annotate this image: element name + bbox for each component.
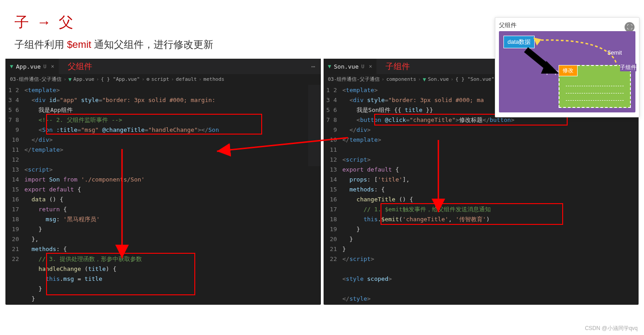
file-tab-son[interactable]: ▼ Son.vue U ×	[324, 59, 377, 74]
tab-bar: ▼ App.vue U × 父组件 ⋯	[5, 59, 321, 74]
tab-status: U	[43, 64, 47, 70]
tab-filename: App.vue	[16, 63, 41, 70]
editor-label-child: 子组件	[385, 61, 410, 72]
file-tab-app[interactable]: ▼ App.vue U ×	[5, 59, 59, 74]
child-label: 子组件	[620, 64, 636, 71]
title-parent: 父	[59, 14, 73, 30]
code-content: <template> <div style="border: 3px solid…	[343, 84, 639, 305]
parent-component-box: data数据 $emit props 修改 子组件	[499, 31, 635, 112]
data-box: data数据	[503, 36, 535, 48]
modify-box: 修改	[559, 65, 578, 76]
title-child: 子	[14, 14, 29, 30]
tab-status: U	[362, 64, 365, 70]
title-arrow: →	[37, 14, 51, 30]
vue-icon: ▼	[10, 63, 13, 70]
watermark: CSDN @小涵同学qvq	[585, 325, 638, 332]
more-icon[interactable]: ⋯	[311, 63, 316, 70]
line-gutter: 1 2 3 4 5 6 7 8 9 10 11 12 13 14 15 16 1…	[5, 84, 24, 305]
editor-label-parent: 父组件	[68, 61, 92, 72]
close-icon[interactable]: ×	[369, 63, 372, 70]
editor-parent: ▼ App.vue U × 父组件 ⋯ 03-组件通信-父子通信› ▼App.v…	[5, 59, 321, 305]
child-component-box: 修改	[559, 65, 631, 108]
diagram-card: ⛶ 父组件 data数据 $emit props 修改 子组件	[495, 17, 639, 117]
breadcrumb[interactable]: 03-组件通信-父子通信› ▼App.vue› { } "App.vue"› ⚙…	[5, 74, 321, 84]
vue-icon: ▼	[328, 63, 331, 70]
code-area-right[interactable]: 1 2 3 4 5 6 7 8 9 10 11 12 13 14 15 16 1…	[324, 84, 639, 305]
expand-icon[interactable]: ⛶	[625, 22, 635, 32]
diagram-title: 父组件	[499, 21, 635, 29]
close-icon[interactable]: ×	[51, 63, 54, 70]
minimap[interactable]	[308, 85, 321, 166]
code-content: <template> <div id="app" style="border: …	[24, 84, 321, 305]
tab-filename: Son.vue	[334, 63, 359, 70]
code-area-left[interactable]: 1 2 3 4 5 6 7 8 9 10 11 12 13 14 15 16 1…	[5, 84, 321, 305]
line-gutter: 1 2 3 4 5 6 7 8 9 10 11 12 13 14 15 16 1…	[324, 84, 343, 305]
